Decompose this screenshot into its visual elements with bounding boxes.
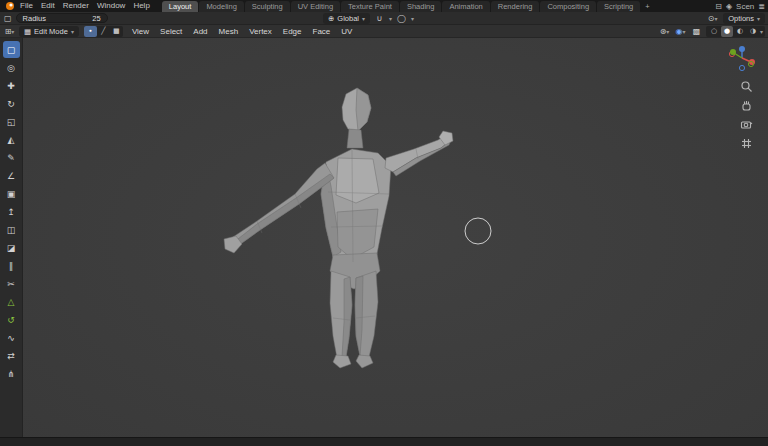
zoom-icon[interactable]: [740, 80, 753, 93]
tool-move[interactable]: ✚: [3, 77, 20, 94]
screen-layout-icon[interactable]: ⊟: [715, 2, 722, 11]
viewport-header-right: ⊛ ▾ ◉ ▾ ▩ ○ ● ◐ ◑ ▾: [658, 25, 765, 38]
vertex-select-button[interactable]: ∙: [84, 26, 97, 37]
menu-view[interactable]: View: [128, 27, 153, 36]
tab-rendering[interactable]: Rendering: [491, 1, 540, 12]
show-overlays-toggle[interactable]: ◉ ▾: [674, 26, 687, 37]
options-dropdown[interactable]: Options ▾: [723, 13, 765, 24]
menu-edit[interactable]: Edit: [37, 0, 59, 12]
navigation-gizmo[interactable]: [728, 44, 756, 76]
tab-uv-editing[interactable]: UV Editing: [291, 1, 340, 12]
tool-spin[interactable]: ↺: [3, 311, 20, 328]
view-layer-icon[interactable]: ≣: [758, 2, 765, 11]
topbar-right: ⊟ ◈ Scen ≣: [715, 2, 768, 11]
status-bar: [0, 437, 768, 446]
menu-file[interactable]: File: [16, 0, 37, 12]
editor-type-icon: ⊞: [5, 27, 12, 36]
orientation-label: Global: [337, 14, 359, 23]
tool-add-cube[interactable]: ▣: [3, 185, 20, 202]
shading-wireframe-button[interactable]: ○: [708, 26, 720, 37]
topbar: File Edit Render Window Help Layout Mode…: [0, 0, 768, 12]
tab-layout[interactable]: Layout: [162, 1, 199, 12]
radius-slider[interactable]: Radius 25: [16, 13, 108, 23]
shading-dropdown[interactable]: ▾: [760, 28, 763, 35]
editor-type-dropdown[interactable]: ⊞ ▾: [3, 26, 16, 37]
blender-logo-icon[interactable]: [3, 0, 16, 12]
tool-poly-build[interactable]: △: [3, 293, 20, 310]
tool-bevel[interactable]: ◪: [3, 239, 20, 256]
tool-loop-cut[interactable]: ∥: [3, 257, 20, 274]
menu-edge[interactable]: Edge: [279, 27, 306, 36]
active-tool-icon[interactable]: ▢: [4, 14, 12, 23]
transform-controls: ⊕ Global ▾ ∪ ▾ ◯ ▾: [323, 12, 414, 25]
chevron-down-icon: ▾: [682, 28, 685, 35]
tool-annotate[interactable]: ✎: [3, 149, 20, 166]
transform-orientation-dropdown[interactable]: ⊕ Global ▾: [323, 13, 370, 24]
chevron-down-icon: ▾: [757, 15, 760, 22]
pan-hand-icon[interactable]: [740, 99, 753, 112]
tool-inset-faces[interactable]: ◫: [3, 221, 20, 238]
tab-scripting[interactable]: Scripting: [597, 1, 640, 12]
tool-rip-region[interactable]: ⋔: [3, 365, 20, 382]
chevron-down-icon: ▾: [362, 15, 365, 22]
eye-icon: ⊙: [708, 14, 715, 23]
edge-select-button[interactable]: ╱: [97, 26, 110, 37]
chevron-down-icon: ▾: [71, 28, 74, 35]
menu-add[interactable]: Add: [189, 27, 211, 36]
tool-measure[interactable]: ∠: [3, 167, 20, 184]
tab-modeling[interactable]: Modeling: [199, 1, 243, 12]
tab-compositing[interactable]: Compositing: [540, 1, 596, 12]
add-workspace-button[interactable]: +: [641, 1, 653, 12]
tool-edge-slide[interactable]: ⇄: [3, 347, 20, 364]
low-poly-human: [224, 88, 453, 368]
shading-material-button[interactable]: ◐: [734, 26, 746, 37]
scene-canvas: [0, 38, 768, 437]
proportional-editing-toggle[interactable]: ◯: [395, 13, 408, 24]
tab-texture-paint[interactable]: Texture Paint: [341, 1, 399, 12]
tab-animation[interactable]: Animation: [442, 1, 489, 12]
show-gizmos-toggle[interactable]: ⊛ ▾: [658, 26, 671, 37]
shading-mode-group: ○ ● ◐ ◑ ▾: [706, 26, 765, 37]
mode-dropdown[interactable]: ▦ Edit Mode ▾: [19, 26, 79, 37]
tool-settings-right: ⊙ ▾ Options ▾: [706, 12, 765, 25]
proportional-circle-icon: ◯: [397, 14, 406, 23]
tool-rotate[interactable]: ↻: [3, 95, 20, 112]
shading-rendered-button[interactable]: ◑: [747, 26, 759, 37]
viewport-3d[interactable]: ▢ ◎ ✚ ↻ ◱ ◭ ✎ ∠ ▣ ↥ ◫ ◪ ∥ ✂ △ ↺ ∿ ⇄ ⋔: [0, 38, 768, 437]
shading-solid-button[interactable]: ●: [721, 26, 733, 37]
magnet-icon: ∪: [377, 14, 383, 23]
tool-cursor[interactable]: ◎: [3, 59, 20, 76]
visibility-dropdown[interactable]: ⊙ ▾: [706, 13, 719, 24]
menu-uv[interactable]: UV: [337, 27, 356, 36]
face-select-button[interactable]: ■: [110, 26, 123, 37]
tool-cursor-circle: [465, 218, 491, 244]
xray-toggle[interactable]: ▩: [690, 26, 703, 37]
scene-selector[interactable]: Scen: [736, 2, 754, 11]
tool-settings-bar: ▢ Radius 25 ⊕ Global ▾ ∪ ▾ ◯ ▾ ⊙ ▾ Optio…: [0, 12, 768, 25]
menu-help[interactable]: Help: [129, 0, 153, 12]
proportional-falloff-dropdown[interactable]: ▾: [411, 15, 414, 22]
tool-extrude-region[interactable]: ↥: [3, 203, 20, 220]
snap-toggle[interactable]: ∪: [373, 13, 386, 24]
tool-select-box[interactable]: ▢: [3, 41, 20, 58]
menu-window[interactable]: Window: [93, 0, 129, 12]
menu-render[interactable]: Render: [59, 0, 93, 12]
menu-mesh[interactable]: Mesh: [215, 27, 243, 36]
edit-mode-icon: ▦: [24, 27, 31, 36]
chevron-down-icon: ▾: [11, 28, 14, 35]
menu-vertex[interactable]: Vertex: [245, 27, 276, 36]
menu-select[interactable]: Select: [156, 27, 186, 36]
tool-transform[interactable]: ◭: [3, 131, 20, 148]
tool-smooth[interactable]: ∿: [3, 329, 20, 346]
tool-scale[interactable]: ◱: [3, 113, 20, 130]
ortho-toggle-icon[interactable]: [740, 137, 753, 150]
tab-shading[interactable]: Shading: [400, 1, 442, 12]
tab-sculpting[interactable]: Sculpting: [245, 1, 290, 12]
options-label: Options: [728, 14, 754, 23]
gizmo-icon: ⊛: [660, 27, 667, 36]
snap-dropdown[interactable]: ▾: [389, 15, 392, 22]
menu-face[interactable]: Face: [309, 27, 335, 36]
tool-knife[interactable]: ✂: [3, 275, 20, 292]
camera-view-icon[interactable]: [740, 118, 753, 131]
mode-label: Edit Mode: [34, 27, 68, 36]
